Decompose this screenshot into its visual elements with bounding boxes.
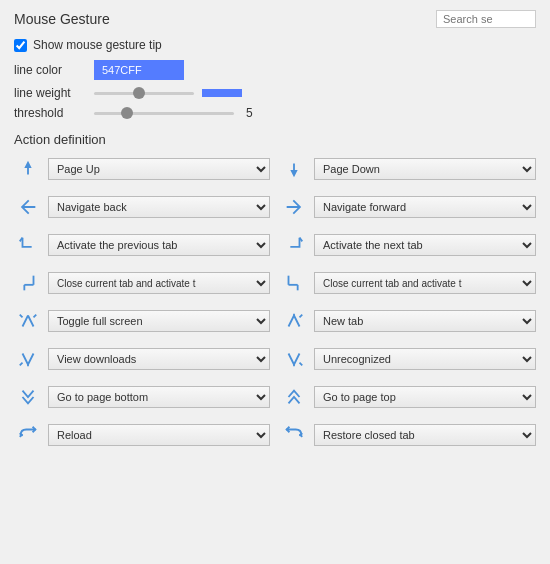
gesture-icon-page-top xyxy=(280,383,308,411)
action-row-restore-tab: Restore closed tab xyxy=(280,421,536,449)
action-select-next-tab[interactable]: Activate the next tab xyxy=(314,234,536,256)
gesture-icon-new-tab xyxy=(280,307,308,335)
action-select-page-up[interactable]: Page Up xyxy=(48,158,270,180)
threshold-label: threshold xyxy=(14,106,94,120)
svg-line-20 xyxy=(289,354,295,365)
search-input[interactable] xyxy=(436,10,536,28)
svg-line-22 xyxy=(300,363,303,366)
show-tip-label: Show mouse gesture tip xyxy=(33,38,162,52)
gesture-icon-reload xyxy=(14,421,42,449)
action-select-prev-tab[interactable]: Activate the previous tab xyxy=(48,234,270,256)
svg-line-13 xyxy=(294,316,300,327)
action-row-close-tab-right: Close current tab and activate t xyxy=(280,269,536,297)
svg-line-10 xyxy=(20,315,23,318)
svg-line-16 xyxy=(23,354,29,365)
line-color-value[interactable]: 547CFF xyxy=(94,60,184,80)
action-definition-title: Action definition xyxy=(14,132,536,147)
action-select-reload[interactable]: Reload xyxy=(48,424,270,446)
svg-line-14 xyxy=(300,315,303,318)
gesture-icon-toggle-fullscreen xyxy=(14,307,42,335)
action-row-navigate-back: Navigate back xyxy=(14,193,270,221)
action-row-new-tab: New tab xyxy=(280,307,536,335)
action-select-close-tab-right[interactable]: Close current tab and activate t xyxy=(314,272,536,294)
svg-line-18 xyxy=(20,363,23,366)
svg-line-17 xyxy=(28,354,34,365)
action-select-toggle-fullscreen[interactable]: Toggle full screen xyxy=(48,310,270,332)
gesture-icon-up xyxy=(14,155,42,183)
svg-line-11 xyxy=(34,315,37,318)
line-weight-fill xyxy=(202,89,242,97)
action-row-page-up: Page Up xyxy=(14,155,270,183)
gesture-icon-restore-tab xyxy=(280,421,308,449)
gesture-icon-close-tab-right xyxy=(280,269,308,297)
gesture-icon-close-tab-left xyxy=(14,269,42,297)
gesture-icon-unrecognized xyxy=(280,345,308,373)
page-title: Mouse Gesture xyxy=(14,11,110,27)
action-row-prev-tab: Activate the previous tab xyxy=(14,231,270,259)
action-row-unrecognized: Unrecognized xyxy=(280,345,536,373)
action-select-page-bottom[interactable]: Go to page bottom xyxy=(48,386,270,408)
action-row-page-down: Page Down xyxy=(280,155,536,183)
action-select-navigate-back[interactable]: Navigate back xyxy=(48,196,270,218)
svg-line-12 xyxy=(289,316,295,327)
line-color-label: line color xyxy=(14,63,94,77)
action-row-page-bottom: Go to page bottom xyxy=(14,383,270,411)
gesture-icon-down xyxy=(280,155,308,183)
action-select-page-down[interactable]: Page Down xyxy=(314,158,536,180)
action-row-reload: Reload xyxy=(14,421,270,449)
gesture-icon-view-downloads xyxy=(14,345,42,373)
line-weight-label: line weight xyxy=(14,86,94,100)
action-row-view-downloads: View downloads xyxy=(14,345,270,373)
action-row-close-tab-left: Close current tab and activate t xyxy=(14,269,270,297)
line-weight-slider[interactable] xyxy=(94,92,194,95)
action-select-restore-tab[interactable]: Restore closed tab xyxy=(314,424,536,446)
action-select-close-tab-left[interactable]: Close current tab and activate t xyxy=(48,272,270,294)
threshold-slider[interactable] xyxy=(94,112,234,115)
gesture-icon-page-bottom xyxy=(14,383,42,411)
svg-line-8 xyxy=(23,316,29,327)
gesture-icon-right-down xyxy=(280,231,308,259)
threshold-value: 5 xyxy=(246,106,253,120)
action-select-unrecognized[interactable]: Unrecognized xyxy=(314,348,536,370)
action-select-page-top[interactable]: Go to page top xyxy=(314,386,536,408)
action-select-view-downloads[interactable]: View downloads xyxy=(48,348,270,370)
gesture-icon-left xyxy=(14,193,42,221)
svg-line-9 xyxy=(28,316,34,327)
gesture-icon-right xyxy=(280,193,308,221)
gesture-icon-left-down xyxy=(14,231,42,259)
action-select-new-tab[interactable]: New tab xyxy=(314,310,536,332)
action-select-navigate-forward[interactable]: Navigate forward xyxy=(314,196,536,218)
svg-line-21 xyxy=(294,354,300,365)
action-row-next-tab: Activate the next tab xyxy=(280,231,536,259)
action-row-toggle-fullscreen: Toggle full screen xyxy=(14,307,270,335)
action-grid: Page Up Page Down Navigate back xyxy=(14,155,536,455)
action-row-page-top: Go to page top xyxy=(280,383,536,411)
show-tip-checkbox[interactable] xyxy=(14,39,27,52)
action-row-navigate-forward: Navigate forward xyxy=(280,193,536,221)
